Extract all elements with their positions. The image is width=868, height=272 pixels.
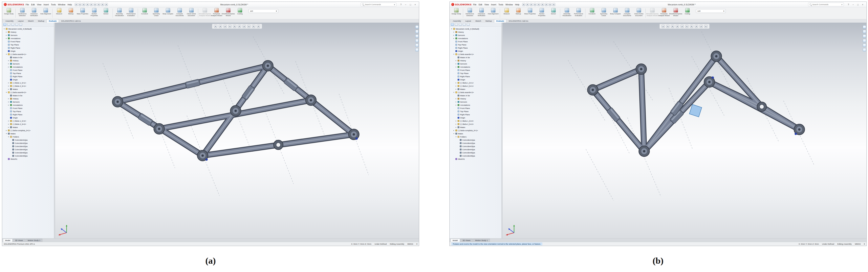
tree-item[interactable]: Top Plane <box>2 110 54 113</box>
tree-item[interactable]: ▸ Annotations <box>450 103 501 107</box>
commandmanager-tab[interactable]: Assembly <box>3 20 16 23</box>
dimxpert-icon[interactable] <box>15 23 18 26</box>
tree-item[interactable]: Coincident6(pa <box>2 154 54 157</box>
graphics-viewport[interactable] <box>502 23 866 238</box>
ribbon-button[interactable]: SimulationXpress Analysis Wizard <box>199 8 211 19</box>
ribbon-button[interactable]: Assembly Visualization <box>561 8 573 19</box>
solidworks-resources-icon[interactable] <box>863 25 866 29</box>
tree-item[interactable]: Right Plane <box>450 46 501 49</box>
ribbon-button[interactable]: DriveWorksXpress Wizard <box>670 8 682 19</box>
tree-item[interactable]: Coincident5(pa <box>2 151 54 154</box>
undo-icon[interactable] <box>90 3 93 6</box>
ribbon-button[interactable]: Measure <box>53 8 65 19</box>
previous-view-icon[interactable] <box>671 25 674 28</box>
expand-arrow-icon[interactable]: ▸ <box>5 37 7 39</box>
commandmanager-tab[interactable]: Sketch <box>473 20 483 23</box>
edit-appearance-icon[interactable] <box>248 25 250 28</box>
mechanism-folded-view[interactable] <box>502 23 866 238</box>
tree-item[interactable]: Top Plane <box>450 110 501 113</box>
graphics-viewport[interactable] <box>55 23 419 238</box>
configurationmanager-icon[interactable] <box>11 23 14 26</box>
custom-properties-icon[interactable] <box>415 48 418 51</box>
expand-arrow-icon[interactable]: ▾ <box>455 136 457 138</box>
ribbon-button[interactable]: Interference Detection <box>464 8 476 19</box>
tree-item[interactable]: Coincident2(pa <box>2 141 54 145</box>
commandmanager-tab[interactable]: SOLIDWORKS Add-Ins <box>59 20 83 23</box>
command-search[interactable]: ▾ <box>361 3 396 6</box>
tree-item[interactable]: ▸ (-) Biela 1_b<2> <box>450 119 501 123</box>
edit-appearance-icon[interactable] <box>695 25 698 28</box>
tree-item[interactable]: ▸ History <box>450 30 501 33</box>
tree-item[interactable]: ▸ Mates <box>2 126 54 129</box>
ribbon-button[interactable]: FloXpress Analysis Wizard <box>211 8 222 19</box>
menu-item[interactable]: View <box>484 3 489 6</box>
tree-item[interactable]: Coincident4(pa <box>450 148 501 151</box>
tree-item[interactable]: ▸ Sensors <box>450 62 501 65</box>
file-properties-icon[interactable] <box>549 3 552 6</box>
expand-arrow-icon[interactable]: ▸ <box>455 123 457 125</box>
commandmanager-tab[interactable]: Layout <box>16 20 26 23</box>
expand-arrow-icon[interactable]: ▸ <box>453 130 455 131</box>
design-library-icon[interactable] <box>863 30 866 33</box>
ribbon-button[interactable]: Markup <box>513 8 524 19</box>
configuration-combobox[interactable]: 120 ▾ <box>249 9 278 13</box>
tree-item[interactable]: Coincident1(pa <box>2 138 54 141</box>
ribbon-button[interactable]: Clearance Verification <box>28 8 40 19</box>
menu-item[interactable]: Edit <box>478 3 482 6</box>
commandmanager-tab[interactable]: Evaluate <box>494 19 506 23</box>
search-caret-icon[interactable]: ▾ <box>841 3 842 6</box>
expand-arrow-icon[interactable]: ▾ <box>453 91 455 93</box>
tree-item[interactable]: ▸ History <box>450 97 501 100</box>
tree-item[interactable]: ▾ (-) biela asamb<2> <box>2 91 54 94</box>
solidworks-resources-icon[interactable] <box>415 25 418 29</box>
tree-item[interactable]: ▸ Annotations <box>450 37 501 40</box>
status-units-caret-icon[interactable]: ▾ <box>864 243 865 245</box>
status-units-caret-icon[interactable]: ▾ <box>416 243 417 245</box>
tree-item[interactable]: ▸ History <box>2 97 54 100</box>
featuremanager-tree-icon[interactable] <box>3 23 6 26</box>
ribbon-button[interactable]: Costing <box>682 8 693 19</box>
expand-arrow-icon[interactable]: ▸ <box>8 101 9 103</box>
menu-item[interactable]: View <box>37 3 41 6</box>
tree-item[interactable]: Mates in be <box>450 94 501 97</box>
section-view-icon[interactable] <box>228 25 231 28</box>
apply-scene-icon[interactable] <box>252 25 255 28</box>
file-explorer-icon[interactable] <box>863 34 866 38</box>
propertymanager-icon[interactable] <box>455 23 458 26</box>
tree-item[interactable]: ▸ Annotations <box>2 65 54 69</box>
hide-show-items-icon[interactable] <box>243 25 246 28</box>
expand-arrow-icon[interactable]: ▾ <box>453 133 455 135</box>
view-palette-icon[interactable] <box>863 39 866 42</box>
expand-arrow-icon[interactable]: ▸ <box>8 123 9 125</box>
tree-item[interactable]: Front Plane <box>2 40 54 43</box>
print-icon[interactable] <box>86 3 89 6</box>
propertymanager-icon[interactable] <box>7 23 10 26</box>
help-button[interactable]: ? <box>399 3 403 6</box>
tree-item[interactable]: ▾ (-) biela asamb<1> <box>2 53 54 56</box>
expand-arrow-icon[interactable]: ▸ <box>8 60 9 61</box>
menu-item[interactable]: File <box>473 3 476 6</box>
ribbon-button[interactable]: Sensor <box>100 8 112 19</box>
expand-arrow-icon[interactable]: ▾ <box>5 53 7 55</box>
tree-item[interactable]: Front Plane <box>2 107 54 110</box>
tree-item[interactable]: Coincident5(pa <box>450 151 501 154</box>
tree-item[interactable]: ▸ History <box>450 59 501 62</box>
tree-item[interactable]: ▸ Mates <box>2 87 54 91</box>
appearances-icon[interactable] <box>415 44 418 47</box>
expand-arrow-icon[interactable]: ▸ <box>455 60 457 61</box>
undo-icon[interactable] <box>537 3 540 6</box>
tree-item[interactable]: Top Plane <box>450 72 501 75</box>
ribbon-button[interactable]: Design Study <box>3 8 15 19</box>
tree-item[interactable]: Origin <box>450 116 501 119</box>
menu-item[interactable]: Insert <box>43 3 49 6</box>
tree-item[interactable]: ▸ Annotations <box>2 37 54 40</box>
view-orientation-icon[interactable] <box>233 25 236 28</box>
menu-item[interactable]: Tools <box>498 3 503 6</box>
design-library-icon[interactable] <box>415 30 418 33</box>
expand-arrow-icon[interactable]: ▸ <box>5 34 7 36</box>
expand-arrow-icon[interactable]: ▸ <box>455 82 457 84</box>
tree-item[interactable]: Sketch1 <box>450 157 501 161</box>
ribbon-button[interactable]: Performance Evaluation <box>125 8 137 19</box>
help-button[interactable]: ? <box>846 3 850 6</box>
menu-item[interactable]: Tools <box>51 3 56 6</box>
